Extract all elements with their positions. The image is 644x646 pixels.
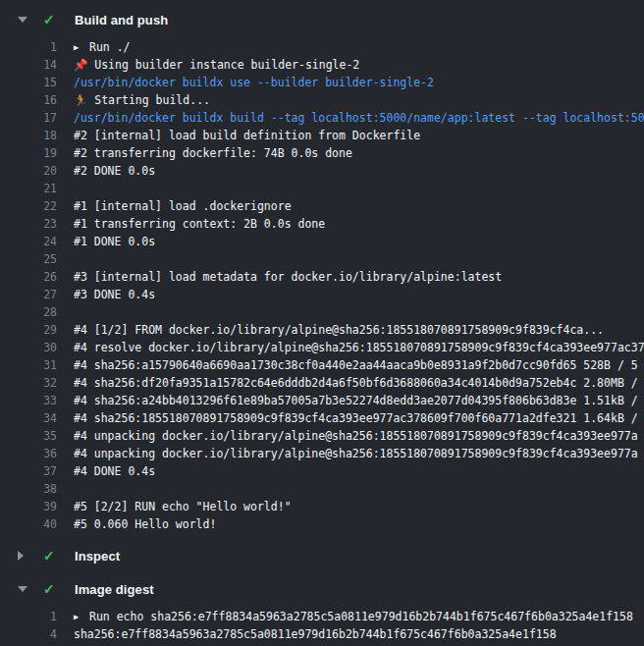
log-line: 22 #1 [internal] load .dockerignore [0,197,644,215]
line-text: #2 transferring dockerfile: 74B 0.0s don… [74,144,352,162]
line-number[interactable]: 39 [0,498,57,515]
log-line: 15 /usr/bin/docker buildx use --builder … [0,74,644,91]
line-number[interactable]: 35 [0,427,57,445]
section-title: Inspect [75,549,120,564]
line-number[interactable]: 15 [0,74,57,91]
log-line: 38 [0,480,644,498]
line-text: #4 DONE 0.4s [74,462,155,480]
line-text: sha256:e7ff8834a5963a2785c5a0811e979d16b… [74,625,557,643]
workflow-log-viewer: ✓ Build and push 1 ▶ Run ./ 14 📌 Using b… [0,0,644,646]
line-text: #4 sha256:185518070891758909c9f839cf4ca3… [74,409,638,427]
group-caret-icon[interactable]: ▶ [74,608,89,625]
section-header[interactable]: ✓ Image digest [0,572,644,606]
line-number[interactable]: 17 [0,109,57,127]
log-section: ✓ Inspect [0,539,644,572]
line-text: #1 DONE 0.0s [74,233,155,250]
line-text: 🏃 Starting build... [74,91,210,109]
line-number[interactable]: 22 [0,197,57,215]
line-text: /usr/bin/docker buildx build --tag local… [74,109,644,127]
line-number[interactable]: 16 [0,91,57,109]
line-text: #4 unpacking docker.io/library/alpine@sh… [74,445,638,462]
line-text: #1 [internal] load .dockerignore [74,197,292,215]
chevron-down-icon[interactable] [18,17,27,23]
log-line: 30 #4 resolve docker.io/library/alpine@s… [0,339,644,356]
line-text: /usr/bin/docker buildx use --builder bui… [74,74,434,91]
line-number[interactable]: 18 [0,127,57,144]
line-number[interactable]: 36 [0,445,57,462]
line-text: #4 sha256:a15790640a6690aa1730c38cf0a440… [74,356,638,374]
line-number[interactable]: 4 [0,625,57,643]
success-check-icon: ✓ [43,13,59,27]
section-header[interactable]: ✓ Inspect [0,539,644,572]
line-text: Run ./ [89,38,131,56]
line-text: #3 [internal] load metadata for docker.i… [74,268,502,286]
log-section: ✓ Build and push 1 ▶ Run ./ 14 📌 Using b… [0,3,644,539]
log-line: 20 #2 DONE 0.0s [0,162,644,180]
line-text: #5 [2/2] RUN echo "Hello world!" [74,498,292,515]
log-line: 23 #1 transferring context: 2B 0.0s done [0,215,644,233]
log-line: 40 #5 0.060 Hello world! [0,515,644,533]
log-lines: 1 ▶ Run ./ 14 📌 Using builder instance b… [0,36,644,539]
line-number[interactable]: 20 [0,162,57,180]
line-number[interactable]: 33 [0,392,57,409]
section-title: Build and push [75,13,168,27]
line-text: #2 DONE 0.0s [74,162,155,180]
line-number[interactable]: 19 [0,144,57,162]
line-number[interactable]: 30 [0,339,57,356]
line-number[interactable]: 25 [0,250,57,268]
line-text: Run echo sha256:e7ff8834a5963a2785c5a081… [89,608,633,625]
log-lines: 1 ▶ Run echo sha256:e7ff8834a5963a2785c5… [0,606,644,646]
success-check-icon: ✓ [43,549,59,563]
line-text: #4 sha256:a24bb4013296f61e89ba57005a7b3e… [74,392,638,409]
log-line: 35 #4 unpacking docker.io/library/alpine… [0,427,644,445]
group-caret-icon[interactable]: ▶ [74,38,89,56]
log-line: 26 #3 [internal] load metadata for docke… [0,268,644,286]
log-line: 4 sha256:e7ff8834a5963a2785c5a0811e979d1… [0,625,644,643]
line-text: #4 resolve docker.io/library/alpine@sha2… [74,339,644,356]
line-number[interactable]: 40 [0,515,57,533]
line-number[interactable]: 14 [0,56,57,74]
line-number[interactable]: 23 [0,215,57,233]
log-line: 24 #1 DONE 0.0s [0,233,644,250]
line-text: #3 DONE 0.4s [74,286,155,303]
section-title: Image digest [75,582,154,597]
log-line: 31 #4 sha256:a15790640a6690aa1730c38cf0a… [0,356,644,374]
success-check-icon: ✓ [43,582,59,596]
log-line: 25 [0,250,644,268]
log-line: 18 #2 [internal] load build definition f… [0,127,644,144]
line-number[interactable]: 38 [0,480,57,498]
line-number[interactable]: 32 [0,374,57,392]
section-header[interactable]: ✓ Build and push [0,3,644,36]
line-text: #4 [1/2] FROM docker.io/library/alpine@s… [74,321,604,339]
log-line: 19 #2 transferring dockerfile: 74B 0.0s … [0,144,644,162]
line-number[interactable]: 1 [0,608,57,625]
line-text: 📌 Using builder instance builder-single-… [74,56,359,74]
line-number[interactable]: 24 [0,233,57,250]
log-line: 27 #3 DONE 0.4s [0,286,644,303]
log-line: 32 #4 sha256:df20fa9351a15782c64e6dddb2d… [0,374,644,392]
line-number[interactable]: 34 [0,409,57,427]
log-line: 14 📌 Using builder instance builder-sing… [0,56,644,74]
log-line: 29 #4 [1/2] FROM docker.io/library/alpin… [0,321,644,339]
line-number[interactable]: 26 [0,268,57,286]
line-number[interactable]: 21 [0,180,57,197]
line-text: #1 transferring context: 2B 0.0s done [74,215,325,233]
log-line: 34 #4 sha256:185518070891758909c9f839cf4… [0,409,644,427]
log-line: 1 ▶ Run ./ [0,38,644,56]
log-section: ✓ Image digest 1 ▶ Run echo sha256:e7ff8… [0,572,644,646]
line-text: #5 0.060 Hello world! [74,515,216,533]
line-number[interactable]: 29 [0,321,57,339]
chevron-down-icon[interactable] [18,586,27,592]
log-line: 37 #4 DONE 0.4s [0,462,644,480]
line-number[interactable]: 27 [0,286,57,303]
log-line: 28 [0,303,644,321]
log-line: 36 #4 unpacking docker.io/library/alpine… [0,445,644,462]
log-line: 21 [0,180,644,197]
line-number[interactable]: 28 [0,303,57,321]
line-number[interactable]: 1 [0,38,57,56]
line-text: #4 sha256:df20fa9351a15782c64e6dddb2d4a6… [74,374,638,392]
line-number[interactable]: 31 [0,356,57,374]
line-number[interactable]: 37 [0,462,57,480]
log-line: 1 ▶ Run echo sha256:e7ff8834a5963a2785c5… [0,608,644,625]
chevron-right-icon[interactable] [18,551,24,561]
